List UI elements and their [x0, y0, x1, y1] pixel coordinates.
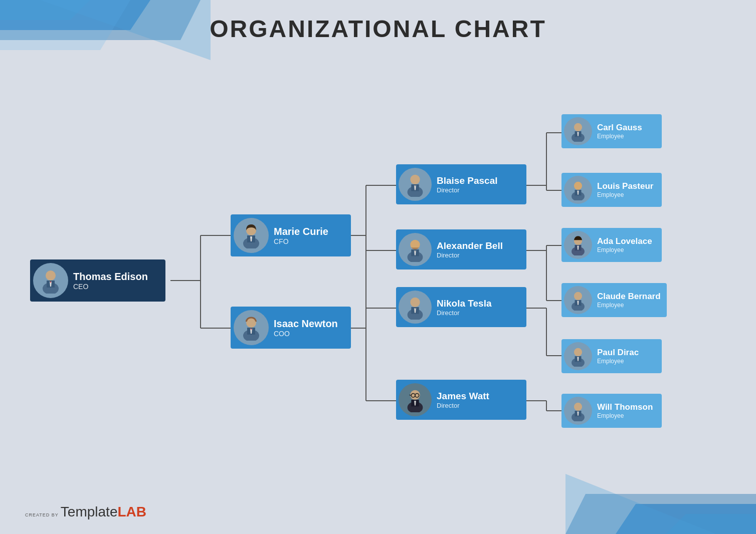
watt-avatar [399, 383, 432, 416]
pasteur-name: Louis Pasteur [597, 181, 653, 191]
lovelace-name: Ada Lovelace [597, 236, 652, 246]
coo-text: Isaac Newton COO [274, 318, 338, 338]
thomson-name: Will Thomson [597, 402, 653, 412]
bell-text: Alexander Bell Director [437, 240, 503, 259]
svg-point-71 [574, 123, 582, 131]
svg-point-87 [574, 348, 582, 356]
coo-name: Isaac Newton [274, 318, 338, 330]
svg-line-67 [409, 395, 411, 395]
footer-created-label: CREATED BY [25, 512, 59, 517]
cfo-avatar [234, 218, 269, 253]
bell-role: Director [437, 251, 503, 259]
svg-marker-6 [666, 514, 756, 534]
bernard-role: Employee [597, 302, 661, 309]
bell-avatar-icon [403, 237, 428, 262]
bernard-avatar [564, 286, 592, 314]
ceo-name: Thomas Edison [73, 271, 148, 283]
svg-point-58 [410, 298, 420, 307]
dirac-text: Paul Dirac Employee [597, 348, 639, 365]
thomson-role: Employee [597, 412, 653, 419]
gauss-avatar [564, 117, 592, 145]
coo-card: Isaac Newton COO [231, 307, 351, 349]
lovelace-text: Ada Lovelace Employee [597, 236, 652, 253]
svg-point-75 [574, 182, 582, 190]
pasteur-role: Employee [597, 191, 653, 198]
ceo-avatar-icon [38, 268, 64, 294]
pascal-name: Blaise Pascal [437, 175, 497, 186]
ceo-avatar [33, 263, 68, 298]
tesla-role: Director [437, 309, 491, 317]
bernard-name: Claude Bernard [597, 292, 661, 302]
svg-marker-5 [616, 504, 756, 534]
lovelace-avatar-icon [568, 234, 589, 255]
pasteur-avatar-icon [568, 179, 589, 200]
page-title: ORGANIZATIONAL CHART [0, 15, 756, 43]
cfo-text: Marie Curie CFO [274, 226, 328, 245]
cfo-card: Marie Curie CFO [231, 214, 351, 256]
pasteur-avatar [564, 176, 592, 204]
emp-dirac-card: Paul Dirac Employee [561, 339, 662, 373]
dirac-avatar [564, 342, 592, 370]
footer-template-text: Template [61, 504, 118, 520]
thomson-avatar-icon [568, 400, 589, 421]
emp-gauss-card: Carl Gauss Employee [561, 114, 662, 148]
emp-bernard-card: Claude Bernard Employee [561, 283, 667, 317]
gauss-text: Carl Gauss Employee [597, 123, 642, 140]
lovelace-avatar [564, 231, 592, 259]
watt-role: Director [437, 402, 489, 409]
emp-lovelace-card: Ada Lovelace Employee [561, 228, 662, 262]
watt-text: James Watt Director [437, 391, 489, 409]
footer: CREATED BY Template LAB [25, 504, 146, 520]
ceo-text: Thomas Edison CEO [73, 271, 148, 291]
director-pascal-card: Blaise Pascal Director [396, 164, 526, 204]
svg-point-48 [410, 175, 420, 184]
gauss-avatar-icon [568, 121, 589, 142]
thomson-text: Will Thomson Employee [597, 402, 653, 419]
thomson-avatar [564, 397, 592, 425]
pascal-text: Blaise Pascal Director [437, 175, 497, 194]
watt-name: James Watt [437, 391, 489, 402]
cfo-avatar-icon [238, 222, 264, 248]
bernard-avatar-icon [568, 290, 589, 311]
bernard-text: Claude Bernard Employee [597, 292, 661, 309]
coo-avatar-icon [238, 315, 264, 341]
pascal-role: Director [437, 186, 497, 194]
watt-avatar-icon [403, 387, 428, 412]
pascal-avatar-icon [403, 172, 428, 197]
lovelace-role: Employee [597, 246, 652, 253]
coo-avatar [234, 310, 269, 345]
director-tesla-card: Nikola Tesla Director [396, 287, 526, 327]
dirac-avatar-icon [568, 346, 589, 367]
tesla-text: Nikola Tesla Director [437, 298, 491, 317]
tesla-avatar-icon [403, 295, 428, 320]
ceo-role: CEO [73, 283, 148, 291]
svg-point-34 [46, 271, 56, 281]
pascal-avatar [399, 168, 432, 201]
ceo-card: Thomas Edison CEO [30, 259, 165, 302]
cfo-name: Marie Curie [274, 226, 328, 237]
gauss-name: Carl Gauss [597, 123, 642, 133]
footer-lab-text: LAB [117, 504, 146, 520]
tesla-avatar [399, 291, 432, 324]
director-bell-card: Alexander Bell Director [396, 229, 526, 270]
pasteur-text: Louis Pasteur Employee [597, 181, 653, 198]
gauss-role: Employee [597, 133, 642, 140]
director-watt-card: James Watt Director [396, 380, 526, 420]
svg-point-91 [574, 403, 582, 411]
emp-pasteur-card: Louis Pasteur Employee [561, 173, 662, 207]
bell-avatar [399, 233, 432, 266]
coo-role: COO [274, 330, 338, 338]
cfo-role: CFO [274, 237, 328, 245]
svg-point-83 [574, 292, 582, 300]
dirac-role: Employee [597, 358, 639, 365]
bell-name: Alexander Bell [437, 240, 503, 251]
emp-thomson-card: Will Thomson Employee [561, 394, 662, 428]
dirac-name: Paul Dirac [597, 348, 639, 358]
tesla-name: Nikola Tesla [437, 298, 491, 309]
